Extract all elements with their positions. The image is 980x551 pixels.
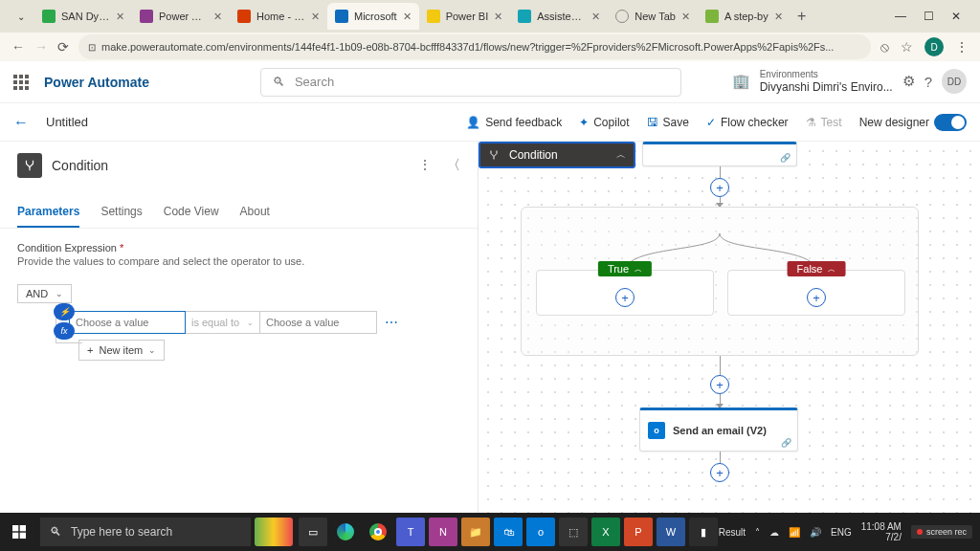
start-button[interactable]	[0, 513, 38, 551]
flow-canvas[interactable]: 🔗 + Condition ︿ True︿ + False︿ + + o Sen…	[479, 142, 980, 513]
save-button[interactable]: 🖫Save	[647, 116, 689, 129]
fx-tokens[interactable]: ⚡fx	[54, 303, 75, 340]
search-input[interactable]: 🔍︎ Search	[260, 68, 681, 97]
add-step-button[interactable]: +	[710, 375, 729, 394]
tab[interactable]: A step-by✕	[698, 3, 791, 30]
close-icon[interactable]: ✕	[591, 11, 600, 23]
close-icon[interactable]: ✕	[116, 11, 124, 23]
close-window-icon[interactable]: ✕	[951, 10, 961, 23]
back-button[interactable]: ←	[13, 114, 29, 131]
operator-select[interactable]: is equal to⌄	[186, 311, 260, 334]
link-icon: 🔗	[781, 438, 791, 448]
email-card[interactable]: o Send an email (V2) 🔗	[639, 408, 798, 452]
tab[interactable]: Power App✕	[132, 3, 230, 30]
language-indicator[interactable]: ENG	[831, 527, 852, 538]
profile-avatar[interactable]: D	[924, 37, 944, 56]
news-widget[interactable]	[255, 518, 293, 546]
user-avatar[interactable]: DD	[942, 69, 967, 94]
value-right-input[interactable]	[260, 311, 377, 334]
explorer-icon[interactable]: 📁	[461, 518, 490, 546]
true-branch[interactable]: True︿ +	[536, 270, 714, 316]
add-step-button[interactable]: +	[710, 463, 729, 482]
maximize-icon[interactable]: ☐	[924, 10, 934, 23]
tray-chevron-icon[interactable]: ˄	[755, 527, 760, 538]
clock[interactable]: 11:08 AM7/2/	[861, 521, 902, 542]
brand[interactable]: Power Automate	[44, 75, 149, 90]
add-true-step-button[interactable]: +	[615, 288, 635, 307]
svg-rect-3	[20, 533, 26, 539]
environment-picker[interactable]: Environments Divyanshi Dimri's Enviro...	[760, 69, 893, 94]
terminal-icon[interactable]: ▮	[689, 518, 718, 546]
settings-icon[interactable]: ⚙	[902, 73, 915, 90]
powerpoint-icon[interactable]: P	[624, 518, 653, 546]
store-icon[interactable]: 🛍	[494, 518, 523, 546]
word-icon[interactable]: W	[657, 518, 685, 546]
taskbar[interactable]: 🔍︎Type here to search ▭ T N 📁 🛍 o ⬚ X P …	[0, 513, 980, 551]
reload-icon[interactable]: ⟳	[57, 39, 69, 55]
volume-icon[interactable]: 🔊	[810, 527, 821, 538]
close-icon[interactable]: ✕	[213, 11, 222, 23]
false-branch[interactable]: False︿ +	[727, 270, 905, 316]
collapse-icon[interactable]: 〈	[447, 157, 460, 174]
new-designer-toggle[interactable]: New designer	[859, 114, 967, 131]
tab[interactable]: Assisted S✕	[510, 3, 608, 30]
close-icon[interactable]: ✕	[311, 11, 320, 23]
flow-checker-button[interactable]: ✓Flow checker	[706, 116, 789, 129]
expression-hint: Provide the values to compare and select…	[17, 255, 460, 267]
value-left-input[interactable]	[69, 311, 186, 334]
add-step-button[interactable]: +	[710, 178, 729, 197]
browser-tabs: ⌄ SAN Dyna✕ Power App✕ Home - Po✕ Micros…	[0, 0, 980, 33]
more-icon[interactable]: ⋮	[418, 157, 432, 174]
tab-active[interactable]: Microsoft✕	[327, 3, 419, 30]
tab-about[interactable]: About	[240, 197, 270, 228]
wifi-icon[interactable]: 📶	[789, 527, 800, 538]
false-label: False︿	[788, 261, 846, 276]
row-more-icon[interactable]: ⋯	[385, 315, 398, 330]
close-icon[interactable]: ✕	[403, 11, 412, 23]
environment-icon[interactable]: 🏢	[732, 73, 750, 90]
new-item-button[interactable]: +New item⌄	[78, 340, 165, 361]
chevron-up-icon[interactable]: ︿	[616, 148, 626, 162]
flow-title[interactable]: Untitled	[46, 115, 88, 129]
onedrive-icon[interactable]: ☁	[769, 527, 779, 538]
add-false-step-button[interactable]: +	[807, 288, 826, 307]
close-icon[interactable]: ✕	[774, 11, 783, 23]
taskbar-search[interactable]: 🔍︎Type here to search	[40, 518, 251, 546]
new-tab-button[interactable]: +	[791, 5, 813, 28]
teams-icon[interactable]: T	[396, 518, 425, 546]
chrome-icon[interactable]	[364, 518, 392, 546]
outlook-icon[interactable]: o	[526, 518, 555, 546]
and-operator[interactable]: AND⌄	[17, 284, 72, 303]
trigger-card[interactable]: 🔗	[642, 142, 797, 166]
tab[interactable]: SAN Dyna✕	[34, 3, 132, 30]
back-icon[interactable]: ←	[11, 39, 25, 55]
bookmark-icon[interactable]: ☆	[901, 39, 913, 55]
app-launcher-icon[interactable]	[13, 75, 29, 90]
condition-card[interactable]: Condition ︿	[479, 142, 635, 168]
tab[interactable]: Power BI✕	[419, 3, 511, 30]
tab-settings[interactable]: Settings	[100, 197, 142, 228]
blocked-icon[interactable]: ⦸	[880, 39, 889, 55]
send-feedback-button[interactable]: 👤Send feedback	[466, 116, 562, 129]
tab-parameters[interactable]: Parameters	[17, 197, 79, 228]
menu-icon[interactable]: ⋮	[955, 39, 969, 55]
close-icon[interactable]: ✕	[681, 11, 690, 23]
excel-icon[interactable]: X	[591, 518, 620, 546]
onenote-icon[interactable]: N	[429, 518, 457, 546]
forward-icon: →	[34, 39, 48, 55]
site-info-icon[interactable]: ⊡	[88, 42, 96, 53]
minimize-icon[interactable]: —	[895, 10, 906, 23]
tab[interactable]: Home - Po✕	[230, 3, 327, 30]
app-icon[interactable]: ⬚	[559, 518, 588, 546]
result-label[interactable]: Result	[719, 527, 746, 538]
edge-icon[interactable]	[331, 518, 360, 546]
close-icon[interactable]: ✕	[494, 11, 502, 23]
screen-recorder[interactable]: screen rec	[911, 525, 972, 539]
task-view-icon[interactable]: ▭	[299, 518, 327, 546]
help-icon[interactable]: ?	[924, 74, 932, 90]
tab-code-view[interactable]: Code View	[164, 197, 219, 228]
tab[interactable]: New Tab✕	[608, 3, 698, 30]
address-bar[interactable]: ⊡ make.powerautomate.com/environments/14…	[78, 34, 871, 59]
panel-title: Condition	[52, 158, 108, 173]
copilot-button[interactable]: ✦Copilot	[579, 116, 629, 129]
